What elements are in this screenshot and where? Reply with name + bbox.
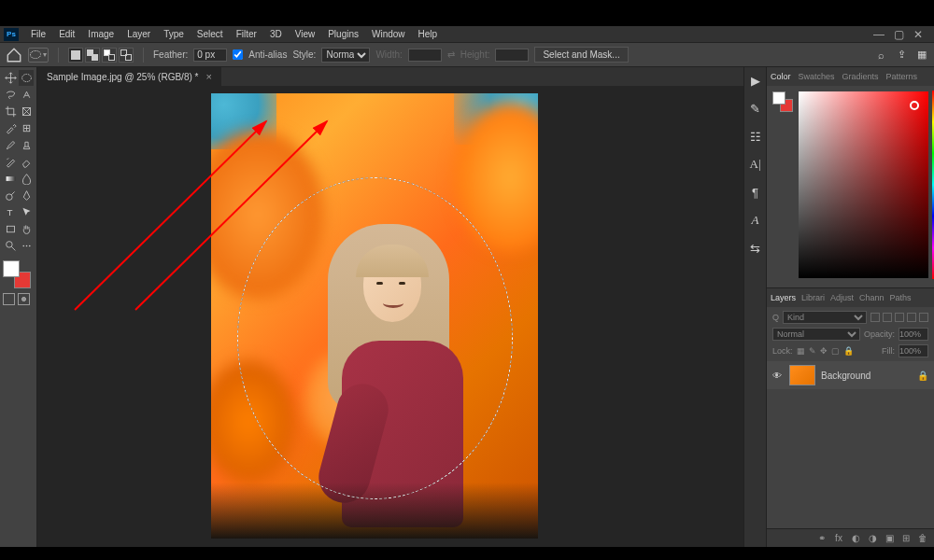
brush-tool[interactable]	[3, 137, 18, 153]
color-swatches[interactable]	[3, 260, 31, 288]
type-tool[interactable]: T	[3, 204, 18, 220]
blur-tool[interactable]	[19, 171, 34, 187]
layer-style-icon[interactable]: fx	[833, 533, 844, 544]
eyedropper-tool[interactable]	[3, 120, 18, 136]
lock-position-icon[interactable]: ✥	[820, 346, 828, 356]
fill-input[interactable]	[899, 344, 928, 357]
menu-file[interactable]: File	[24, 27, 52, 41]
tool-indicator-ellipse-marquee[interactable]: ▾	[28, 48, 49, 63]
search-icon[interactable]: ⌕	[874, 49, 887, 62]
filter-shape-icon[interactable]	[907, 313, 916, 322]
link-layers-icon[interactable]: ⚭	[816, 533, 828, 544]
home-icon[interactable]	[6, 48, 22, 63]
edit-toolbar[interactable]	[19, 238, 34, 254]
eraser-tool[interactable]	[19, 154, 34, 170]
properties-icon[interactable]: ⇆	[748, 241, 763, 256]
tab-close-icon[interactable]: ×	[205, 71, 211, 82]
menu-image[interactable]: Image	[81, 27, 120, 41]
menu-type[interactable]: Type	[157, 27, 191, 41]
selection-new-button[interactable]	[68, 48, 83, 63]
opacity-input[interactable]	[899, 328, 928, 341]
paragraph-icon[interactable]: ¶	[748, 185, 763, 200]
minimize-icon[interactable]: —	[873, 28, 884, 41]
healing-brush-tool[interactable]	[19, 120, 34, 136]
menu-help[interactable]: Help	[412, 27, 445, 41]
select-and-mask-button[interactable]: Select and Mask...	[534, 47, 628, 63]
glyphs-icon[interactable]: A	[748, 213, 763, 228]
history-brush-tool[interactable]	[3, 154, 18, 170]
tab-channels[interactable]: Chann	[859, 293, 884, 302]
clone-stamp-tool[interactable]	[19, 137, 34, 153]
delete-layer-icon[interactable]: 🗑	[917, 533, 928, 544]
tab-patterns[interactable]: Patterns	[886, 72, 918, 81]
pen-tool[interactable]	[19, 188, 34, 203]
character-icon[interactable]: A|	[748, 157, 763, 172]
filter-adjustment-icon[interactable]	[883, 313, 892, 322]
style-select[interactable]: Normal	[321, 48, 370, 63]
share-icon[interactable]: ⇪	[895, 49, 908, 62]
crop-tool[interactable]	[3, 104, 18, 119]
canvas[interactable]	[211, 93, 538, 539]
tab-swatches[interactable]: Swatches	[799, 72, 835, 81]
screen-mode-icon[interactable]	[3, 293, 15, 305]
color-picker[interactable]	[799, 91, 928, 278]
lasso-tool[interactable]	[3, 87, 18, 103]
menu-edit[interactable]: Edit	[52, 27, 81, 41]
document-tab[interactable]: Sample Image.jpg @ 25% (RGB/8) * ×	[37, 67, 221, 86]
new-layer-icon[interactable]: ⊞	[900, 533, 912, 544]
menu-window[interactable]: Window	[365, 27, 412, 41]
layer-lock-icon[interactable]: 🔒	[917, 371, 928, 381]
layer-item-background[interactable]: 👁 Background 🔒	[767, 361, 934, 389]
frame-tool[interactable]	[19, 104, 34, 119]
rectangle-tool[interactable]	[3, 221, 18, 237]
lock-transparent-icon[interactable]: ▦	[797, 346, 805, 356]
path-selection-tool[interactable]	[19, 204, 34, 220]
hand-tool[interactable]	[19, 221, 34, 237]
adjustment-layer-icon[interactable]: ◑	[867, 533, 878, 544]
selection-subtract-button[interactable]	[102, 48, 117, 63]
tab-color[interactable]: Color	[771, 72, 791, 81]
tab-adjustments[interactable]: Adjust	[830, 293, 854, 302]
adjustments-icon[interactable]: ☷	[748, 129, 763, 144]
antialias-checkbox[interactable]	[233, 49, 243, 60]
filter-type-icon[interactable]	[895, 313, 904, 322]
filter-smart-icon[interactable]	[919, 313, 928, 322]
group-icon[interactable]: ▣	[884, 533, 895, 544]
color-mini-swatches[interactable]	[772, 91, 793, 112]
lock-all-icon[interactable]: 🔒	[843, 346, 854, 356]
maximize-icon[interactable]: ▢	[894, 28, 904, 41]
blend-mode-select[interactable]: Normal	[772, 328, 860, 341]
gradient-tool[interactable]	[3, 171, 18, 187]
layer-thumbnail[interactable]	[789, 365, 815, 385]
workspace-icon[interactable]: ▦	[915, 49, 928, 62]
play-icon[interactable]: ▶	[748, 73, 763, 88]
menu-3d[interactable]: 3D	[263, 27, 289, 41]
menu-select[interactable]: Select	[191, 27, 230, 41]
tab-gradients[interactable]: Gradients	[842, 72, 879, 81]
menu-layer[interactable]: Layer	[120, 27, 157, 41]
layer-filter-label: Q	[772, 313, 779, 322]
layer-mask-icon[interactable]: ◐	[850, 533, 861, 544]
dodge-tool[interactable]	[3, 188, 18, 203]
quick-selection-tool[interactable]	[19, 87, 34, 103]
move-tool[interactable]	[3, 70, 18, 86]
menu-plugins[interactable]: Plugins	[321, 27, 365, 41]
selection-intersect-button[interactable]	[119, 48, 134, 63]
close-icon[interactable]: ✕	[913, 28, 923, 41]
brush-settings-icon[interactable]: ✎	[748, 101, 763, 116]
marquee-tool[interactable]	[19, 70, 34, 86]
feather-input[interactable]	[193, 49, 227, 62]
tab-layers[interactable]: Layers	[771, 293, 796, 302]
tab-libraries[interactable]: Librari	[801, 293, 825, 302]
tab-paths[interactable]: Paths	[890, 293, 912, 302]
layer-visibility-icon[interactable]: 👁	[772, 371, 784, 381]
menu-filter[interactable]: Filter	[230, 27, 263, 41]
layer-filter-select[interactable]: Kind	[783, 311, 867, 324]
menu-view[interactable]: View	[289, 27, 322, 41]
quick-mask-icon[interactable]	[18, 293, 30, 305]
lock-pixels-icon[interactable]: ✎	[809, 346, 816, 356]
lock-artboard-icon[interactable]: ▢	[831, 346, 840, 356]
zoom-tool[interactable]	[3, 238, 18, 254]
filter-pixel-icon[interactable]	[870, 313, 880, 322]
selection-add-button[interactable]	[85, 48, 100, 63]
